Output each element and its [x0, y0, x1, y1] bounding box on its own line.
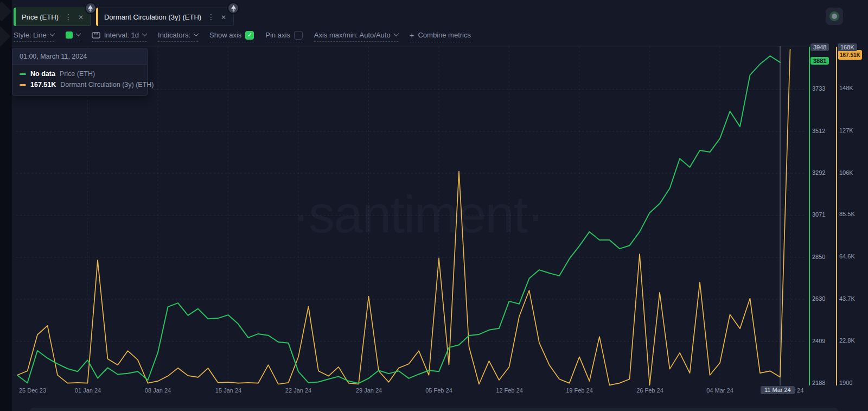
interval-label: Interval: 1d: [104, 31, 139, 39]
dormant-axis-tick-label: 1900: [839, 380, 852, 386]
interval-ruler-icon: [92, 31, 100, 39]
dormant-current-value-badge: 167.51K: [838, 50, 862, 60]
selected-date-badge: 11 Mar 24: [761, 386, 795, 394]
tooltip-timestamp: 01:00, March 11, 2024: [12, 48, 147, 65]
eth-icon: [227, 2, 239, 14]
tab-menu-icon[interactable]: [207, 12, 215, 22]
x-axis-date-label: 15 Jan 24: [215, 387, 241, 394]
x-axis-date-label: 19 Feb 24: [566, 387, 593, 394]
dormant-axis-tick-label: 85.5K: [839, 211, 855, 217]
price-axis-tick-label: 3512: [812, 128, 825, 134]
dormant-axis-tick-label: 43.7K: [839, 295, 855, 302]
axis-maxmin-label: Axis max/min: Auto/Auto: [314, 31, 391, 39]
tab-accent-bar: [96, 8, 98, 26]
metric-tabbar: Price (ETH) Dormant Circulation (3y) (ET…: [14, 8, 868, 26]
style-selector[interactable]: Style: Line: [14, 31, 54, 42]
chevron-down-icon: [194, 31, 199, 36]
dormant-axis-tick-label: 148K: [839, 85, 853, 91]
pin-axis-toggle[interactable]: Pin axis: [265, 31, 303, 42]
tab-label: Price (ETH): [22, 13, 59, 21]
x-axis-date-label: 22 Jan 24: [285, 387, 311, 394]
price-axis-tick-label: 2850: [812, 254, 825, 260]
plus-icon: [410, 30, 414, 40]
tab-label: Dormant Circulation (3y) (ETH): [104, 13, 201, 21]
x-axis-date-label: 26 Feb 24: [636, 387, 663, 394]
price-axis-tick-label: 2188: [812, 380, 825, 386]
price-axis-line[interactable]: [809, 47, 810, 385]
tab-dormant-circulation[interactable]: Dormant Circulation (3y) (ETH): [96, 8, 234, 26]
show-axis-checkbox[interactable]: [245, 31, 254, 40]
bottom-panel-edge: [30, 408, 838, 411]
santiment-chart-app: Price (ETH) Dormant Circulation (3y) (ET…: [0, 0, 868, 411]
tab-close-icon[interactable]: [78, 12, 84, 22]
pin-axis-checkbox[interactable]: [294, 31, 303, 40]
x-axis-date-label: 25 Dec 23: [19, 387, 46, 394]
x-axis-date-label: 29 Jan 24: [356, 387, 382, 394]
interval-selector[interactable]: Interval: 1d: [92, 31, 146, 42]
tab-close-icon[interactable]: [221, 12, 226, 22]
tab-menu-icon[interactable]: [65, 12, 72, 22]
dormant-axis-tick-label: 168K: [838, 43, 857, 51]
indicators-label: Indicators:: [158, 31, 190, 39]
tab-price-eth[interactable]: Price (ETH): [14, 8, 91, 26]
tooltip-price-label: Price (ETH): [60, 70, 95, 78]
price-axis-tick-label: 3292: [812, 169, 825, 176]
x-axis-date-label: 05 Feb 24: [425, 387, 452, 394]
price-axis-tick-label: 2630: [812, 295, 825, 302]
dormant-series-swatch: [20, 84, 26, 86]
dormant-axis-tick-label: 64.6K: [839, 253, 855, 260]
style-color-swatch: [66, 31, 73, 39]
show-axis-label: Show axis: [209, 31, 241, 39]
combine-metrics-button[interactable]: Combine metrics: [410, 30, 471, 42]
chevron-down-icon: [142, 31, 148, 36]
dormant-axis-line[interactable]: [836, 47, 837, 385]
dormant-axis-tick-label: 127K: [839, 127, 853, 134]
tooltip-dormant-value: 167.51K: [30, 81, 56, 88]
axis-maxmin-selector[interactable]: Axis max/min: Auto/Auto: [314, 31, 398, 42]
chart-tooltip: 01:00, March 11, 2024 No data Price (ETH…: [12, 48, 148, 96]
price-series-swatch: [20, 73, 26, 75]
tooltip-row-dormant: 167.51K Dormant Circulation (3y) (ETH): [12, 79, 147, 90]
color-selector[interactable]: [66, 31, 80, 41]
background-art: [0, 27, 10, 47]
indicators-selector[interactable]: Indicators:: [158, 31, 198, 42]
record-icon[interactable]: [826, 8, 843, 25]
chevron-down-icon: [49, 31, 55, 36]
pin-axis-label: Pin axis: [265, 31, 290, 39]
style-label: Style: Line: [14, 31, 47, 39]
price-axis-tick-label: 3733: [812, 85, 825, 92]
show-axis-toggle[interactable]: Show axis: [209, 31, 254, 42]
price-axis-tick-label: 2409: [812, 338, 825, 344]
price-axis-tick-label: 3071: [812, 211, 825, 218]
left-edge-strip: [0, 0, 12, 411]
tooltip-row-price: No data Price (ETH): [12, 68, 147, 79]
x-axis-date-label: 01 Jan 24: [75, 387, 101, 394]
dormant-axis-tick-label: 22.8K: [839, 337, 855, 344]
background-art: [0, 2, 11, 22]
tooltip-dormant-label: Dormant Circulation (3y) (ETH): [60, 81, 154, 88]
price-current-value-badge: 3881: [810, 57, 829, 65]
dormant-axis-tick-label: 106K: [839, 169, 853, 176]
tooltip-price-value: No data: [30, 70, 55, 78]
chart-toolbar: Style: Line Interval: 1d Indicators: Sho…: [14, 30, 471, 42]
price-axis-tick-label: 3948: [810, 43, 829, 51]
x-axis-date-label: 04 Mar 24: [706, 387, 733, 394]
tab-accent-bar: [14, 8, 16, 26]
x-axis-date-label: 08 Jan 24: [145, 387, 171, 394]
eth-icon: [85, 2, 97, 14]
chevron-down-icon: [75, 31, 81, 36]
x-axis-date-label: 12 Feb 24: [496, 387, 523, 394]
combine-metrics-label: Combine metrics: [418, 31, 471, 39]
chevron-down-icon: [393, 31, 399, 36]
